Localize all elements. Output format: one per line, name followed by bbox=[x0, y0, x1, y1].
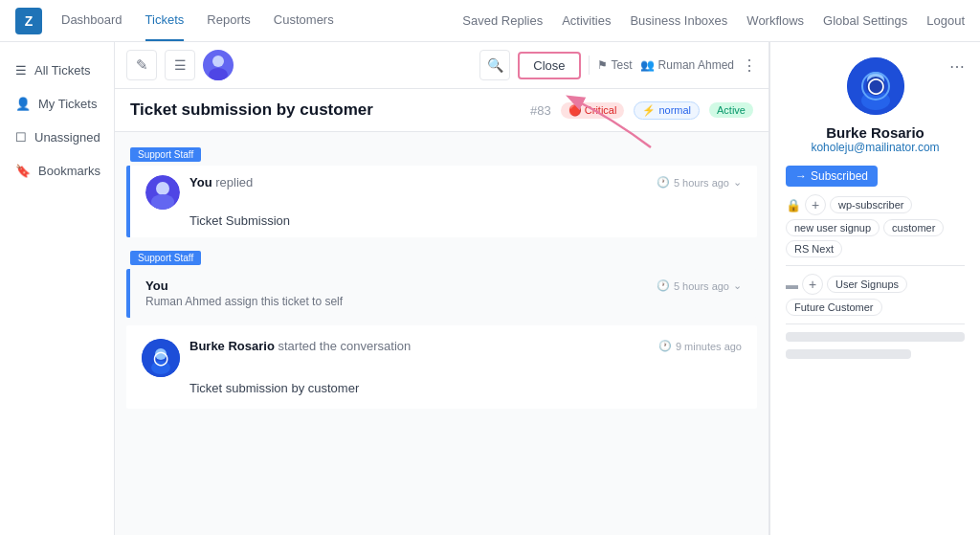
msg1-body: Ticket Submission bbox=[189, 213, 742, 228]
close-button[interactable]: Close bbox=[518, 52, 580, 79]
badge-active: Active bbox=[709, 102, 753, 118]
tag-future-customer[interactable]: Future Customer bbox=[786, 299, 882, 316]
test-icon: ⚑ bbox=[597, 58, 608, 72]
sidebar-label-my-tickets: My Tickets bbox=[38, 97, 97, 111]
message-block-3: ◯ Burke Rosario started the conversation… bbox=[126, 325, 757, 409]
label-icon: ▬ bbox=[786, 278, 798, 292]
tag-add-btn-1[interactable]: + bbox=[805, 194, 826, 215]
message-block-2: You 🕐 5 hours ago ⌄ Ruman Ahmed assign t… bbox=[126, 269, 757, 318]
more-btn[interactable]: ⋮ bbox=[742, 56, 757, 75]
message-avatar-1 bbox=[145, 175, 180, 210]
my-tickets-icon: 👤 bbox=[15, 97, 31, 111]
sidebar: ☰ All Tickets 👤 My Tickets ☐ Unassigned … bbox=[0, 42, 115, 535]
msg1-action: replied bbox=[215, 175, 253, 189]
nav-dashboard[interactable]: Dashboard bbox=[61, 0, 122, 41]
contact-email: koholeju@mailinator.com bbox=[786, 141, 965, 154]
ticket-header: Ticket submission by customer #83 🔴 Crit… bbox=[115, 89, 768, 132]
contact-header-wrap: ◯ Burke Rosario koholeju@mailinator.com … bbox=[786, 57, 965, 154]
msg3-action: started the conversation bbox=[278, 339, 412, 353]
svg-point-0 bbox=[212, 56, 224, 67]
nav-tickets[interactable]: Tickets bbox=[145, 0, 185, 41]
critical-icon: 🔴 bbox=[568, 104, 582, 117]
chevron-icon-2: ⌄ bbox=[733, 279, 742, 292]
sidebar-item-my-tickets[interactable]: 👤 My Tickets bbox=[0, 87, 114, 121]
tag-add-btn-2[interactable]: + bbox=[802, 274, 823, 295]
sidebar-label-bookmarks: Bookmarks bbox=[38, 164, 100, 178]
nav-business-inboxes[interactable]: Business Inboxes bbox=[630, 13, 727, 28]
tag-wp-subscriber[interactable]: wp-subscriber bbox=[830, 196, 912, 213]
badge-critical: 🔴 Critical bbox=[561, 102, 625, 119]
agent-icon: 👥 bbox=[640, 58, 655, 72]
burke-avatar: ◯ bbox=[142, 339, 180, 377]
unassigned-icon: ☐ bbox=[15, 130, 27, 145]
all-tickets-icon: ☰ bbox=[15, 63, 27, 78]
nav-saved-replies[interactable]: Saved Replies bbox=[462, 13, 543, 28]
ticket-title: Ticket submission by customer bbox=[130, 100, 521, 120]
support-staff-label-2: Support Staff bbox=[130, 251, 201, 265]
clock-icon-2: 🕐 bbox=[657, 279, 670, 292]
nav-global-settings[interactable]: Global Settings bbox=[823, 13, 907, 28]
contact-avatar: ◯ bbox=[847, 57, 904, 115]
contact-name: Burke Rosario bbox=[786, 124, 965, 141]
chevron-icon-1: ⌄ bbox=[733, 176, 742, 189]
ticket-panel: ✎ ☰ 🔍 Close ⚑ Test 👥 Ruman Ahmed ⋮ bbox=[115, 42, 769, 535]
nav-right: Saved Replies Activities Business Inboxe… bbox=[462, 13, 965, 28]
skeleton-line-1 bbox=[786, 332, 965, 342]
tag-new-user-signup[interactable]: new user signup bbox=[786, 219, 880, 236]
bookmarks-icon: 🔖 bbox=[15, 164, 31, 178]
section-divider bbox=[786, 265, 965, 266]
badge-normal: ⚡ normal bbox=[634, 101, 700, 120]
nav-activities[interactable]: Activities bbox=[562, 13, 611, 28]
paperclip-icon: 🔒 bbox=[786, 198, 801, 212]
agent-avatar-img bbox=[203, 50, 234, 80]
ticket-toolbar: ✎ ☰ 🔍 Close ⚑ Test 👥 Ruman Ahmed ⋮ bbox=[115, 42, 768, 89]
search-btn[interactable]: 🔍 bbox=[479, 50, 510, 80]
ticket-id: #83 bbox=[530, 103, 551, 118]
support-staff-label-1: Support Staff bbox=[130, 147, 201, 162]
msg2-body: Ruman Ahmed assign this ticket to self bbox=[145, 295, 742, 308]
right-panel: ◯ Burke Rosario koholeju@mailinator.com … bbox=[769, 42, 980, 535]
msg1-sender: You bbox=[189, 175, 212, 189]
main-area: ✎ ☰ 🔍 Close ⚑ Test 👥 Ruman Ahmed ⋮ bbox=[115, 42, 980, 535]
svg-text:◯: ◯ bbox=[867, 78, 884, 95]
topnav: Z Dashboard Tickets Reports Customers Sa… bbox=[0, 0, 980, 42]
nav-customers[interactable]: Customers bbox=[274, 0, 334, 41]
sidebar-label-all-tickets: All Tickets bbox=[34, 63, 91, 78]
msg1-time: 🕐 5 hours ago ⌄ bbox=[657, 176, 742, 189]
normal-icon: ⚡ bbox=[642, 104, 656, 117]
nav-logout[interactable]: Logout bbox=[926, 13, 965, 28]
logo: Z bbox=[15, 8, 42, 34]
svg-point-4 bbox=[151, 194, 174, 210]
layout-btn[interactable]: ☰ bbox=[165, 50, 195, 80]
toolbar-divider bbox=[589, 56, 590, 75]
message-block-1: You replied 🕐 5 hours ago ⌄ bbox=[126, 166, 757, 237]
subscribed-btn[interactable]: → Subscribed bbox=[786, 166, 878, 187]
sidebar-item-all-tickets[interactable]: ☰ All Tickets bbox=[0, 54, 114, 87]
msg3-time: 🕐 9 minutes ago bbox=[658, 340, 742, 352]
sidebar-item-unassigned[interactable]: ☐ Unassigned bbox=[0, 121, 114, 154]
svg-text:◯: ◯ bbox=[153, 350, 168, 367]
msg3-sender: Burke Rosario bbox=[189, 339, 275, 353]
nav-reports[interactable]: Reports bbox=[207, 0, 251, 41]
section-divider-2 bbox=[786, 323, 965, 324]
skeleton-line-2 bbox=[786, 349, 911, 359]
tag-customer[interactable]: customer bbox=[883, 219, 944, 236]
agent-label: 👥 Ruman Ahmed bbox=[640, 58, 734, 72]
agent-avatar bbox=[203, 50, 234, 80]
tag-user-signups[interactable]: User Signups bbox=[827, 276, 907, 293]
msg2-time: 🕐 5 hours ago ⌄ bbox=[657, 279, 742, 292]
sidebar-item-bookmarks[interactable]: 🔖 Bookmarks bbox=[0, 154, 114, 188]
subscribed-icon: → bbox=[795, 169, 807, 183]
msg2-sender: You bbox=[145, 279, 168, 293]
test-label: ⚑ Test bbox=[597, 58, 633, 72]
compose-btn[interactable]: ✎ bbox=[126, 50, 157, 80]
nav-items: Dashboard Tickets Reports Customers bbox=[61, 0, 462, 41]
tags-section: 🔒 + wp-subscriber new user signup custom… bbox=[786, 194, 965, 257]
contact-more-btn[interactable]: ⋯ bbox=[949, 57, 965, 76]
ticket-content: Support Staff You replied bbox=[115, 132, 768, 535]
clock-icon-1: 🕐 bbox=[657, 176, 670, 189]
clock-icon-3: 🕐 bbox=[658, 340, 672, 352]
nav-workflows[interactable]: Workflows bbox=[746, 13, 804, 28]
sidebar-label-unassigned: Unassigned bbox=[34, 130, 100, 145]
tag-rs-next[interactable]: RS Next bbox=[786, 240, 842, 257]
